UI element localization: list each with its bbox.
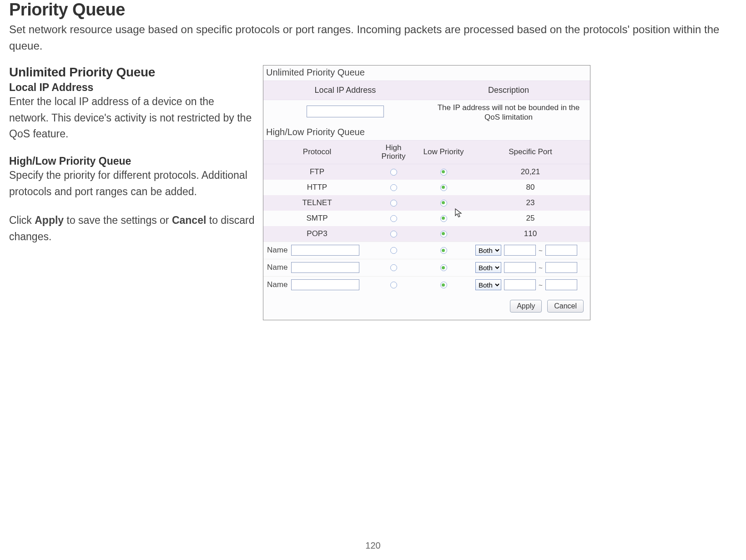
unlimited-section-title: Unlimited Priority Queue [263, 66, 590, 81]
unlimited-heading: Unlimited Priority Queue [9, 65, 255, 80]
high-priority-radio[interactable] [390, 247, 397, 254]
highlow-section-title: High/Low Priority Queue [263, 125, 590, 140]
port-to-input[interactable] [545, 262, 577, 273]
table-row: FTP 20,21 [263, 164, 590, 180]
high-priority-radio[interactable] [390, 264, 397, 271]
high-priority-radio[interactable] [390, 215, 397, 222]
page-description: Set network resource usage based on spec… [9, 21, 737, 54]
port-from-input[interactable] [504, 245, 536, 256]
low-priority-radio[interactable] [440, 200, 447, 207]
port-cell: 110 [471, 229, 590, 238]
port-to-input[interactable] [545, 279, 577, 290]
col-specific-port: Specific Port [471, 145, 590, 159]
col-high-priority: HighPriority [371, 141, 416, 164]
table-row: HTTP 80 [263, 180, 590, 195]
tilde-separator: ~ [539, 281, 543, 289]
action-prefix: Click [9, 214, 35, 226]
priority-header-row: Protocol HighPriority Low Priority Speci… [263, 140, 590, 164]
config-panel: Unlimited Priority Queue Local IP Addres… [263, 65, 590, 320]
custom-name-label: Name [267, 263, 287, 272]
port-type-select[interactable]: Both [475, 245, 501, 256]
protocol-cell: TELNET [263, 198, 371, 207]
port-from-input[interactable] [504, 279, 536, 290]
protocol-cell: SMTP [263, 214, 371, 223]
custom-name-input[interactable] [291, 245, 359, 256]
unlimited-header-row: Local IP Address Description [263, 81, 590, 100]
custom-name-input[interactable] [291, 262, 359, 273]
col-low-priority: Low Priority [416, 145, 471, 159]
cancel-button[interactable]: Cancel [547, 300, 584, 313]
port-cell: 20,21 [471, 167, 590, 177]
table-row: SMTP 25 [263, 211, 590, 226]
high-priority-radio[interactable] [390, 231, 397, 237]
unlimited-desc-text: The IP address will not be bounded in th… [427, 100, 590, 125]
col-description: Description [427, 81, 590, 100]
low-priority-radio[interactable] [440, 264, 447, 271]
high-priority-radio[interactable] [390, 282, 397, 288]
low-priority-radio[interactable] [440, 215, 447, 222]
page-title: Priority Queue [9, 0, 737, 20]
highlow-heading: High/Low Priority Queue [9, 155, 255, 167]
high-priority-radio[interactable] [390, 184, 397, 191]
port-cell: 23 [471, 198, 590, 207]
protocol-cell: POP3 [263, 229, 371, 238]
action-middle: to save the settings or [64, 214, 172, 226]
col-protocol: Protocol [263, 145, 371, 159]
page-number: 120 [365, 540, 380, 551]
port-from-input[interactable] [504, 262, 536, 273]
tilde-separator: ~ [539, 247, 543, 254]
unlimited-data-row: The IP address will not be bounded in th… [263, 100, 590, 125]
low-priority-radio[interactable] [440, 282, 447, 288]
action-instructions: Click Apply to save the settings or Canc… [9, 212, 255, 245]
highlow-description: Specify the priority for different proto… [9, 167, 255, 200]
low-priority-radio[interactable] [440, 231, 447, 237]
low-priority-radio[interactable] [440, 247, 447, 254]
custom-name-label: Name [267, 280, 287, 289]
action-apply-word: Apply [35, 214, 64, 226]
low-priority-radio[interactable] [440, 184, 447, 191]
custom-name-input[interactable] [291, 279, 359, 290]
local-ip-input[interactable] [307, 106, 384, 117]
protocol-cell: FTP [263, 167, 371, 177]
local-ip-description: Enter the local IP address of a device o… [9, 94, 255, 142]
port-type-select[interactable]: Both [475, 262, 501, 273]
table-row: TELNET 23 [263, 195, 590, 211]
apply-button[interactable]: Apply [510, 300, 542, 313]
col-local-ip: Local IP Address [263, 81, 427, 100]
protocol-cell: HTTP [263, 183, 371, 192]
port-type-select[interactable]: Both [475, 279, 501, 290]
low-priority-radio[interactable] [440, 169, 447, 176]
custom-protocol-row: Name Both ~ [263, 242, 590, 259]
custom-protocol-row: Name Both ~ [263, 276, 590, 293]
table-row: POP3 110 [263, 226, 590, 242]
custom-name-label: Name [267, 246, 287, 255]
port-cell: 25 [471, 214, 590, 223]
local-ip-label: Local IP Address [9, 81, 255, 94]
port-cell: 80 [471, 183, 590, 192]
tilde-separator: ~ [539, 264, 543, 272]
custom-protocol-row: Name Both ~ [263, 259, 590, 276]
high-priority-radio[interactable] [390, 169, 397, 176]
port-to-input[interactable] [545, 245, 577, 256]
high-priority-radio[interactable] [390, 200, 397, 207]
action-cancel-word: Cancel [172, 214, 206, 226]
